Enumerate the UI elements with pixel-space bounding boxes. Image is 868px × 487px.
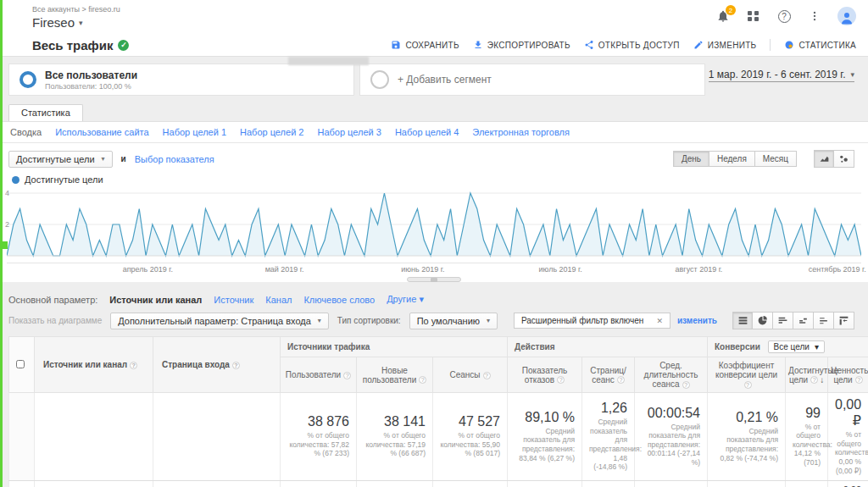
select-metric-link[interactable]: Выбор показателя	[135, 154, 214, 164]
dimension-medium[interactable]: Канал	[265, 295, 292, 305]
tab-strip: Статистика	[0, 96, 868, 121]
advanced-filter-chip[interactable]: Расширенный фильтр включен ✕	[514, 313, 670, 329]
table-row: 1.google / organic 1 887(4,85 %) 1 866(4…	[9, 481, 868, 487]
select-all-checkbox-cell	[9, 337, 35, 393]
help-icon[interactable]: ?	[419, 376, 426, 384]
help-icon[interactable]: ?	[343, 372, 351, 379]
total-sessions: 47 527	[440, 414, 500, 429]
help-icon[interactable]: ?	[855, 376, 863, 384]
col-sessions[interactable]: Сеансы?	[433, 357, 508, 393]
sort-desc-icon: ↓	[820, 375, 824, 385]
save-button[interactable]: СОХРАНИТЬ	[391, 40, 459, 50]
help-icon[interactable]: ?	[776, 8, 792, 24]
legend-dot-icon	[12, 176, 19, 184]
landing-page-cell	[153, 481, 281, 487]
statistics-button[interactable]: СТАТИСТИКА	[784, 40, 856, 50]
subnav-ecommerce[interactable]: Электронная торговля	[472, 127, 570, 137]
help-icon[interactable]: ?	[130, 362, 137, 369]
edit-filter-link[interactable]: изменить	[677, 316, 717, 325]
segment-circle-icon	[370, 70, 389, 89]
notifications-bell-icon[interactable]: 2	[715, 8, 731, 24]
help-icon[interactable]: ?	[744, 381, 752, 389]
col-goal-completions[interactable]: Достигнутые цели?↓	[786, 357, 828, 393]
sub-navigation: Сводка Использование сайта Набор целей 1…	[0, 121, 868, 142]
tab-statistics[interactable]: Статистика	[8, 104, 83, 121]
close-icon[interactable]: ✕	[656, 317, 663, 325]
help-icon[interactable]: ?	[682, 381, 690, 389]
col-bounce-rate[interactable]: Показатель отказов?	[508, 357, 582, 393]
timeseries-chart[interactable]: 24	[7, 188, 861, 263]
divider	[770, 39, 771, 51]
chevron-down-icon: ▾	[318, 317, 321, 324]
col-users[interactable]: Пользователи?	[281, 357, 357, 393]
col-goal-value[interactable]: Ценность цели?	[828, 357, 868, 393]
total-goal-conv-rate: 0,21 %	[715, 410, 778, 425]
insights-icon	[784, 40, 794, 50]
help-icon[interactable]: ?	[483, 372, 491, 379]
share-button[interactable]: ОТКРЫТЬ ДОСТУП	[584, 40, 680, 50]
subnav-goal-set-2[interactable]: Набор целей 2	[240, 127, 303, 137]
chevron-down-icon: ▾	[79, 19, 83, 27]
dimension-source-medium[interactable]: Источник или канал	[109, 295, 202, 305]
view-toggle-group	[732, 312, 854, 329]
pivot-view-icon[interactable]	[834, 312, 854, 329]
help-icon[interactable]: ?	[617, 376, 625, 384]
dimension-other[interactable]: Другие ▾	[387, 294, 424, 305]
chart-zoom-slider[interactable]	[407, 277, 461, 282]
dimension-keyword[interactable]: Ключевое слово	[303, 295, 375, 305]
add-segment-button[interactable]: + Добавить сегмент	[359, 64, 705, 96]
subnav-goal-set-3[interactable]: Набор целей 3	[317, 127, 381, 137]
segment-circle-icon	[19, 71, 36, 88]
export-button[interactable]: ЭКСПОРТИРОВАТЬ	[473, 40, 570, 50]
group-traffic-sources: Источники трафика	[281, 337, 508, 357]
account-name: Fireseo	[32, 15, 75, 30]
plot-rows-button[interactable]: Показать на диаграмме	[8, 316, 102, 325]
help-icon[interactable]: ?	[232, 362, 240, 369]
metric-dropdown[interactable]: Достигнутые цели ▾	[8, 151, 113, 168]
avatar[interactable]	[837, 7, 856, 25]
date-range-picker[interactable]: 1 мар. 2019 г. - 6 сент. 2019 г. ▾	[709, 69, 854, 82]
col-landing-page[interactable]: Страница входа?	[153, 337, 281, 393]
col-pages-session[interactable]: Страниц/сеанс?	[582, 357, 635, 393]
legend-label: Достигнутые цели	[25, 174, 103, 185]
secondary-dimension-dropdown[interactable]: Дополнительный параметр: Страница входа …	[110, 313, 329, 329]
date-range-label: 1 мар. 2019 г. - 6 сент. 2019 г.	[709, 69, 846, 80]
chevron-down-icon: ▾	[487, 317, 490, 324]
censored-text	[288, 57, 369, 65]
edit-button[interactable]: ИЗМЕНИТЬ	[693, 40, 757, 50]
performance-view-icon[interactable]	[773, 312, 793, 329]
segment-name: Все пользователи	[45, 69, 137, 81]
select-all-checkbox[interactable]	[16, 360, 25, 368]
group-conversions: Конверсии Все цели ▾	[708, 337, 868, 357]
dimension-source[interactable]: Источник	[214, 295, 253, 305]
granularity-day[interactable]: День	[673, 151, 709, 167]
col-avg-duration[interactable]: Сред. длительность сеанса?	[635, 357, 708, 393]
table-controls-bar: Показать на диаграмме Дополнительный пар…	[0, 308, 868, 336]
line-chart-icon[interactable]	[814, 150, 834, 168]
col-goal-conv-rate[interactable]: Коэффициент конверсии цели?	[708, 357, 786, 393]
help-icon[interactable]: ?	[557, 376, 565, 384]
subnav-goal-set-1[interactable]: Набор целей 1	[163, 127, 226, 137]
totals-row: 38 876% от общего количества: 57,82 % (6…	[9, 393, 868, 481]
total-goal-completions: 99	[793, 406, 821, 421]
help-icon[interactable]: ?	[810, 376, 818, 384]
motion-chart-icon[interactable]	[834, 150, 854, 168]
granularity-week[interactable]: Неделя	[709, 151, 755, 167]
apps-grid-icon[interactable]	[746, 8, 761, 24]
segment-all-users[interactable]: Все пользователи Пользователи: 100,00 %	[8, 64, 354, 96]
subnav-site-usage[interactable]: Использование сайта	[55, 127, 148, 137]
granularity-month[interactable]: Месяц	[755, 151, 797, 167]
goals-dropdown[interactable]: Все цели ▾	[768, 340, 825, 353]
subnav-summary[interactable]: Сводка	[10, 127, 42, 137]
comparison-view-icon[interactable]	[793, 312, 814, 329]
percentage-view-icon[interactable]	[753, 312, 773, 329]
col-source-medium[interactable]: Источник или канал?	[35, 337, 153, 393]
share-icon	[584, 40, 594, 50]
subnav-goal-set-4[interactable]: Набор целей 4	[395, 127, 459, 137]
table-view-icon[interactable]	[732, 312, 753, 329]
col-new-users[interactable]: Новые пользователи?	[357, 357, 433, 393]
term-cloud-view-icon[interactable]	[814, 312, 834, 329]
more-vert-icon[interactable]	[807, 8, 822, 24]
chevron-down-icon: ▾	[419, 294, 424, 304]
sort-type-dropdown[interactable]: По умолчанию ▾	[409, 313, 498, 329]
